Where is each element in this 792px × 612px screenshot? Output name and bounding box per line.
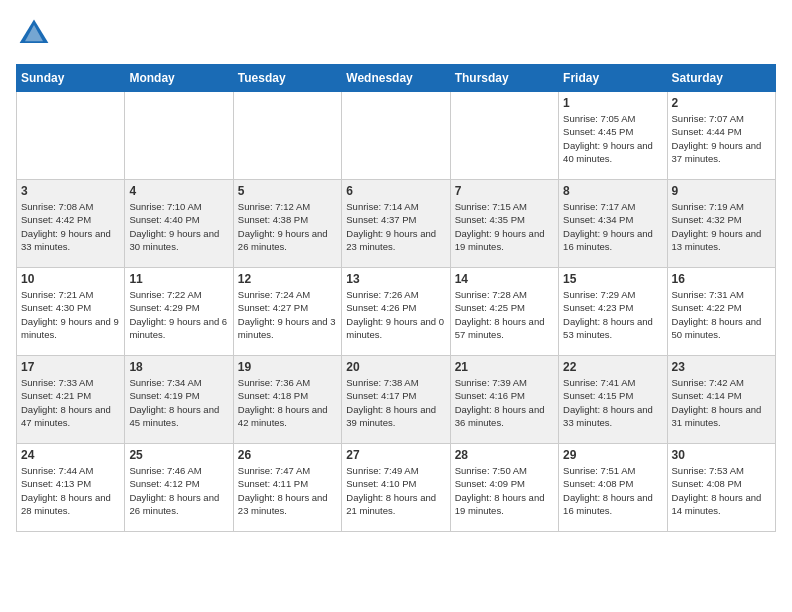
- day-number: 5: [238, 184, 337, 198]
- day-cell: 2Sunrise: 7:07 AM Sunset: 4:44 PM Daylig…: [667, 92, 775, 180]
- day-cell: [450, 92, 558, 180]
- day-info: Sunrise: 7:07 AM Sunset: 4:44 PM Dayligh…: [672, 112, 771, 165]
- day-cell: 11Sunrise: 7:22 AM Sunset: 4:29 PM Dayli…: [125, 268, 233, 356]
- day-info: Sunrise: 7:46 AM Sunset: 4:12 PM Dayligh…: [129, 464, 228, 517]
- day-cell: 24Sunrise: 7:44 AM Sunset: 4:13 PM Dayli…: [17, 444, 125, 532]
- day-cell: 26Sunrise: 7:47 AM Sunset: 4:11 PM Dayli…: [233, 444, 341, 532]
- day-number: 9: [672, 184, 771, 198]
- day-number: 12: [238, 272, 337, 286]
- day-cell: 22Sunrise: 7:41 AM Sunset: 4:15 PM Dayli…: [559, 356, 667, 444]
- header-cell-wednesday: Wednesday: [342, 65, 450, 92]
- day-cell: 13Sunrise: 7:26 AM Sunset: 4:26 PM Dayli…: [342, 268, 450, 356]
- day-cell: 7Sunrise: 7:15 AM Sunset: 4:35 PM Daylig…: [450, 180, 558, 268]
- day-info: Sunrise: 7:53 AM Sunset: 4:08 PM Dayligh…: [672, 464, 771, 517]
- day-info: Sunrise: 7:42 AM Sunset: 4:14 PM Dayligh…: [672, 376, 771, 429]
- day-info: Sunrise: 7:36 AM Sunset: 4:18 PM Dayligh…: [238, 376, 337, 429]
- day-cell: 5Sunrise: 7:12 AM Sunset: 4:38 PM Daylig…: [233, 180, 341, 268]
- day-info: Sunrise: 7:17 AM Sunset: 4:34 PM Dayligh…: [563, 200, 662, 253]
- day-info: Sunrise: 7:33 AM Sunset: 4:21 PM Dayligh…: [21, 376, 120, 429]
- day-cell: [233, 92, 341, 180]
- day-number: 14: [455, 272, 554, 286]
- header-cell-sunday: Sunday: [17, 65, 125, 92]
- day-number: 17: [21, 360, 120, 374]
- day-info: Sunrise: 7:19 AM Sunset: 4:32 PM Dayligh…: [672, 200, 771, 253]
- day-cell: 12Sunrise: 7:24 AM Sunset: 4:27 PM Dayli…: [233, 268, 341, 356]
- day-cell: 10Sunrise: 7:21 AM Sunset: 4:30 PM Dayli…: [17, 268, 125, 356]
- day-number: 27: [346, 448, 445, 462]
- day-number: 1: [563, 96, 662, 110]
- day-cell: [17, 92, 125, 180]
- week-row-3: 10Sunrise: 7:21 AM Sunset: 4:30 PM Dayli…: [17, 268, 776, 356]
- day-number: 25: [129, 448, 228, 462]
- day-info: Sunrise: 7:12 AM Sunset: 4:38 PM Dayligh…: [238, 200, 337, 253]
- day-number: 30: [672, 448, 771, 462]
- day-cell: 1Sunrise: 7:05 AM Sunset: 4:45 PM Daylig…: [559, 92, 667, 180]
- calendar-body: 1Sunrise: 7:05 AM Sunset: 4:45 PM Daylig…: [17, 92, 776, 532]
- day-number: 23: [672, 360, 771, 374]
- day-cell: 6Sunrise: 7:14 AM Sunset: 4:37 PM Daylig…: [342, 180, 450, 268]
- day-info: Sunrise: 7:26 AM Sunset: 4:26 PM Dayligh…: [346, 288, 445, 341]
- day-info: Sunrise: 7:10 AM Sunset: 4:40 PM Dayligh…: [129, 200, 228, 253]
- week-row-5: 24Sunrise: 7:44 AM Sunset: 4:13 PM Dayli…: [17, 444, 776, 532]
- page-header: [16, 16, 776, 52]
- day-info: Sunrise: 7:29 AM Sunset: 4:23 PM Dayligh…: [563, 288, 662, 341]
- day-number: 26: [238, 448, 337, 462]
- day-number: 4: [129, 184, 228, 198]
- day-cell: 27Sunrise: 7:49 AM Sunset: 4:10 PM Dayli…: [342, 444, 450, 532]
- day-info: Sunrise: 7:49 AM Sunset: 4:10 PM Dayligh…: [346, 464, 445, 517]
- day-cell: 8Sunrise: 7:17 AM Sunset: 4:34 PM Daylig…: [559, 180, 667, 268]
- day-info: Sunrise: 7:47 AM Sunset: 4:11 PM Dayligh…: [238, 464, 337, 517]
- day-info: Sunrise: 7:22 AM Sunset: 4:29 PM Dayligh…: [129, 288, 228, 341]
- day-info: Sunrise: 7:34 AM Sunset: 4:19 PM Dayligh…: [129, 376, 228, 429]
- day-info: Sunrise: 7:15 AM Sunset: 4:35 PM Dayligh…: [455, 200, 554, 253]
- week-row-1: 1Sunrise: 7:05 AM Sunset: 4:45 PM Daylig…: [17, 92, 776, 180]
- day-info: Sunrise: 7:21 AM Sunset: 4:30 PM Dayligh…: [21, 288, 120, 341]
- header-cell-thursday: Thursday: [450, 65, 558, 92]
- day-cell: [125, 92, 233, 180]
- day-number: 20: [346, 360, 445, 374]
- day-info: Sunrise: 7:38 AM Sunset: 4:17 PM Dayligh…: [346, 376, 445, 429]
- day-info: Sunrise: 7:24 AM Sunset: 4:27 PM Dayligh…: [238, 288, 337, 341]
- day-number: 13: [346, 272, 445, 286]
- day-number: 24: [21, 448, 120, 462]
- day-number: 16: [672, 272, 771, 286]
- day-info: Sunrise: 7:51 AM Sunset: 4:08 PM Dayligh…: [563, 464, 662, 517]
- day-info: Sunrise: 7:05 AM Sunset: 4:45 PM Dayligh…: [563, 112, 662, 165]
- day-number: 21: [455, 360, 554, 374]
- day-cell: 18Sunrise: 7:34 AM Sunset: 4:19 PM Dayli…: [125, 356, 233, 444]
- day-number: 22: [563, 360, 662, 374]
- day-number: 18: [129, 360, 228, 374]
- header-cell-saturday: Saturday: [667, 65, 775, 92]
- day-number: 10: [21, 272, 120, 286]
- day-info: Sunrise: 7:39 AM Sunset: 4:16 PM Dayligh…: [455, 376, 554, 429]
- day-number: 19: [238, 360, 337, 374]
- day-cell: 28Sunrise: 7:50 AM Sunset: 4:09 PM Dayli…: [450, 444, 558, 532]
- day-cell: 17Sunrise: 7:33 AM Sunset: 4:21 PM Dayli…: [17, 356, 125, 444]
- logo: [16, 16, 58, 52]
- header-cell-monday: Monday: [125, 65, 233, 92]
- day-number: 28: [455, 448, 554, 462]
- day-number: 3: [21, 184, 120, 198]
- day-cell: 21Sunrise: 7:39 AM Sunset: 4:16 PM Dayli…: [450, 356, 558, 444]
- day-info: Sunrise: 7:31 AM Sunset: 4:22 PM Dayligh…: [672, 288, 771, 341]
- logo-icon: [16, 16, 52, 52]
- day-cell: [342, 92, 450, 180]
- day-info: Sunrise: 7:41 AM Sunset: 4:15 PM Dayligh…: [563, 376, 662, 429]
- week-row-4: 17Sunrise: 7:33 AM Sunset: 4:21 PM Dayli…: [17, 356, 776, 444]
- day-cell: 19Sunrise: 7:36 AM Sunset: 4:18 PM Dayli…: [233, 356, 341, 444]
- day-cell: 15Sunrise: 7:29 AM Sunset: 4:23 PM Dayli…: [559, 268, 667, 356]
- day-cell: 9Sunrise: 7:19 AM Sunset: 4:32 PM Daylig…: [667, 180, 775, 268]
- day-info: Sunrise: 7:08 AM Sunset: 4:42 PM Dayligh…: [21, 200, 120, 253]
- day-number: 7: [455, 184, 554, 198]
- day-info: Sunrise: 7:28 AM Sunset: 4:25 PM Dayligh…: [455, 288, 554, 341]
- day-number: 29: [563, 448, 662, 462]
- day-cell: 3Sunrise: 7:08 AM Sunset: 4:42 PM Daylig…: [17, 180, 125, 268]
- day-number: 2: [672, 96, 771, 110]
- day-info: Sunrise: 7:14 AM Sunset: 4:37 PM Dayligh…: [346, 200, 445, 253]
- day-number: 11: [129, 272, 228, 286]
- day-cell: 30Sunrise: 7:53 AM Sunset: 4:08 PM Dayli…: [667, 444, 775, 532]
- day-number: 8: [563, 184, 662, 198]
- day-cell: 4Sunrise: 7:10 AM Sunset: 4:40 PM Daylig…: [125, 180, 233, 268]
- header-cell-tuesday: Tuesday: [233, 65, 341, 92]
- day-cell: 25Sunrise: 7:46 AM Sunset: 4:12 PM Dayli…: [125, 444, 233, 532]
